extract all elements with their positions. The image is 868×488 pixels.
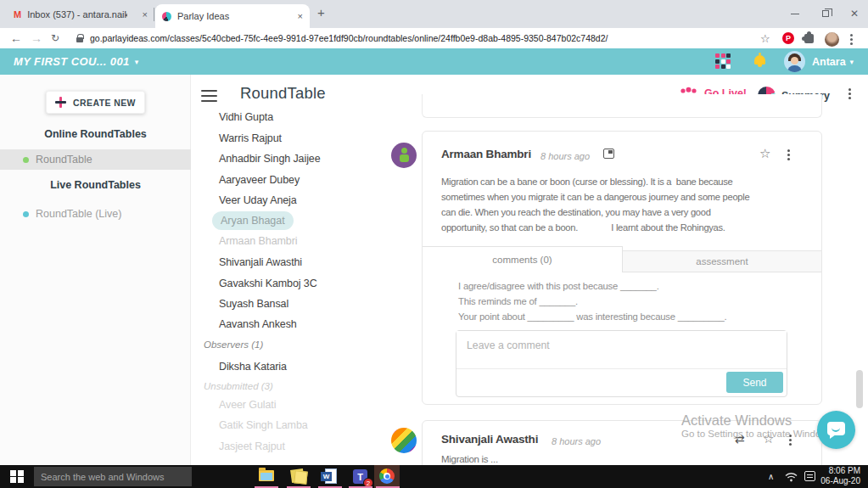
screen: M Inbox (537) - antara.naik@dpsie × Parl…: [0, 0, 868, 488]
expand-image-icon[interactable]: [603, 149, 614, 159]
online-roundtables-heading: Online RoundTables: [0, 128, 191, 140]
activate-windows-watermark: Activate Windows: [681, 412, 792, 429]
post-body-line: sometimes when you migrate it can be a d…: [441, 190, 749, 205]
user-avatar[interactable]: [784, 51, 805, 72]
window-minimize-button[interactable]: [781, 0, 809, 27]
post-kebab-menu-icon[interactable]: [787, 149, 790, 152]
post-author-avatar[interactable]: [391, 143, 417, 168]
notifications-bell-icon[interactable]: [754, 55, 765, 65]
sidebar-item-roundtable[interactable]: RoundTable: [0, 149, 191, 170]
app-content: CREATE NEW Online RoundTables RoundTable…: [0, 75, 868, 465]
course-selector[interactable]: MY FIRST COU... 001 ▾: [14, 48, 139, 75]
participant-name[interactable]: Diksha Kataria: [219, 361, 287, 373]
participant-name-selected[interactable]: Aryan Bhagat: [212, 211, 294, 230]
unsubmitted-section-label: Unsubmitted (3): [204, 381, 273, 391]
sidebar-item-roundtable-live[interactable]: RoundTable (Live): [0, 204, 191, 224]
clock-date: 06-Aug-20: [813, 476, 860, 486]
comment-footer: Send: [456, 368, 787, 396]
user-menu[interactable]: Antara ▾: [812, 48, 854, 75]
course-name: MY FIRST COU... 001: [14, 55, 130, 68]
tab-separator: [154, 8, 154, 21]
chevron-down-icon: ▾: [135, 58, 139, 66]
post-author-name[interactable]: Armaan Bhambri: [441, 148, 531, 160]
chat-bubble-icon: [827, 422, 845, 435]
taskbar-clock[interactable]: 8:06 PM 06-Aug-20: [813, 466, 864, 486]
sticky-notes-icon[interactable]: [289, 467, 308, 485]
lock-icon[interactable]: [76, 37, 83, 42]
post-author-name[interactable]: Shivanjali Awasthi: [441, 433, 538, 446]
scrollbar-thumb[interactable]: [856, 370, 863, 408]
file-explorer-icon[interactable]: [257, 467, 276, 485]
teal-dot-icon: [23, 211, 29, 217]
chat-support-button[interactable]: [817, 411, 855, 449]
star-favorite-icon[interactable]: ☆: [759, 146, 770, 161]
user-name-label: Antara: [812, 56, 846, 68]
create-new-label: CREATE NEW: [73, 98, 136, 108]
new-tab-button[interactable]: +: [317, 5, 325, 20]
apps-grid-icon[interactable]: [715, 53, 731, 69]
participant-name[interactable]: Vidhi Gupta: [219, 111, 273, 123]
forward-button[interactable]: →: [31, 28, 42, 48]
participant-name[interactable]: Jasjeet Rajput: [219, 440, 285, 452]
url-text[interactable]: go.parlayideas.com/classes/5c40cbed-75fc…: [90, 28, 684, 48]
tray-chevron-up-icon[interactable]: ∧: [768, 465, 774, 488]
tab-gmail-title: Inbox (537) - antara.naik@dpsie: [27, 9, 127, 20]
tab-assessment[interactable]: assessment: [623, 250, 821, 272]
sidebar-item-label: RoundTable: [36, 154, 92, 165]
extensions-puzzle-icon[interactable]: [804, 34, 814, 43]
pinterest-extension-icon[interactable]: P: [782, 32, 794, 44]
tab-parlay[interactable]: Parlay Ideas ×: [155, 4, 310, 28]
participant-name[interactable]: Armaan Bhambri: [219, 235, 297, 247]
windows-logo-icon: [10, 470, 24, 484]
chrome-icon[interactable]: [378, 467, 396, 485]
word-icon[interactable]: W: [321, 467, 339, 485]
gmail-icon: M: [14, 9, 21, 20]
participant-name[interactable]: Aaryaveer Dubey: [219, 174, 300, 186]
post-body-preview: Migration is ...: [441, 454, 498, 464]
wifi-icon[interactable]: [785, 465, 798, 488]
window-restore-button[interactable]: [812, 0, 839, 27]
previous-post-card-edge: [422, 94, 822, 118]
participant-name[interactable]: Anhadbir Singh Jaijee: [219, 153, 321, 165]
reload-button[interactable]: ↻: [51, 28, 59, 48]
browser-tab-bar: M Inbox (537) - antara.naik@dpsie × Parl…: [0, 0, 868, 28]
create-new-button[interactable]: CREATE NEW: [46, 91, 145, 114]
menu-hamburger-icon[interactable]: [201, 90, 217, 105]
comment-box: Send: [456, 330, 787, 397]
taskbar-search-input[interactable]: [34, 467, 192, 486]
activate-windows-watermark-sub: Go to Settings to activate Windows.: [681, 429, 836, 439]
browser-menu-icon[interactable]: [850, 34, 853, 36]
live-roundtables-heading: Live RoundTables: [0, 179, 191, 191]
window-close-button[interactable]: ✕: [841, 0, 868, 27]
participant-name[interactable]: Aveer Gulati: [219, 399, 276, 411]
observers-section-label: Observers (1): [204, 339, 263, 350]
bookmark-star-icon[interactable]: ☆: [760, 28, 770, 48]
header-kebab-menu-icon[interactable]: [848, 88, 851, 91]
parlay-favicon: [162, 12, 171, 21]
start-button[interactable]: [0, 465, 34, 488]
participant-name[interactable]: Veer Uday Aneja: [219, 194, 297, 206]
clock-time: 8:06 PM: [813, 466, 860, 476]
green-dot-icon: [23, 157, 29, 163]
sentence-starter: Your point about _________ was interesti…: [458, 311, 727, 322]
restore-icon: [822, 10, 829, 17]
tab-close-icon[interactable]: ×: [298, 11, 303, 21]
tab-gmail[interactable]: M Inbox (537) - antara.naik@dpsie ×: [8, 0, 153, 28]
back-button[interactable]: ←: [10, 28, 22, 48]
tab-comments[interactable]: comments (0): [423, 246, 623, 272]
browser-profile-avatar[interactable]: [825, 32, 839, 47]
participant-name[interactable]: Warris Rajput: [219, 132, 282, 144]
send-button[interactable]: Send: [726, 372, 783, 393]
post-author-avatar[interactable]: [391, 428, 417, 453]
participant-name[interactable]: Shivanjali Awasthi: [219, 256, 302, 268]
participant-name[interactable]: Gavakshi Kamboj 3C: [219, 278, 317, 289]
tab-close-icon[interactable]: ×: [143, 9, 148, 20]
participant-name[interactable]: Aavansh Ankesh: [219, 318, 297, 330]
sentence-starter: I agree/disagree with this post because …: [458, 281, 659, 291]
post-timestamp: 8 hours ago: [552, 436, 601, 446]
participant-name[interactable]: Gatik Singh Lamba: [219, 419, 308, 431]
participant-name[interactable]: Suyash Bansal: [219, 298, 288, 310]
plus-icon: [55, 97, 66, 108]
comment-input[interactable]: [456, 331, 787, 369]
teams-icon[interactable]: T 2: [351, 467, 370, 485]
